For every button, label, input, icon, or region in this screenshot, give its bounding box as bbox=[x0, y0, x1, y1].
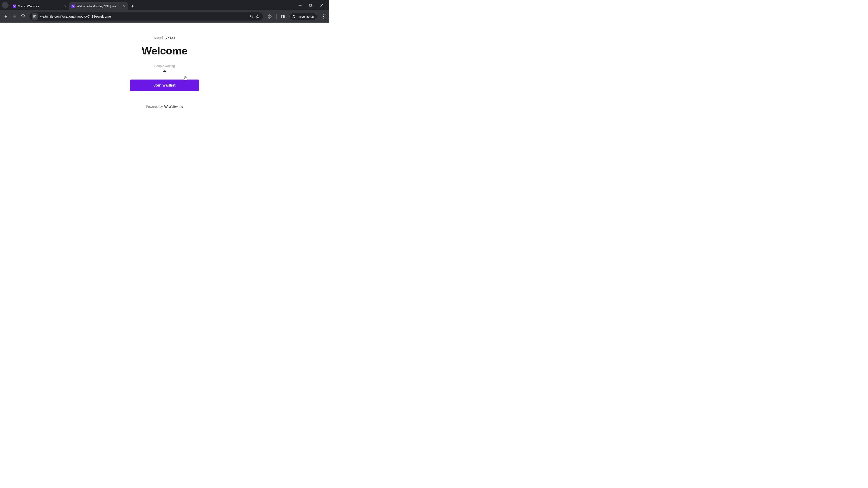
side-panel-button[interactable] bbox=[280, 13, 286, 20]
forward-button[interactable] bbox=[11, 13, 18, 20]
reload-icon bbox=[21, 14, 25, 19]
minimize-window-button[interactable] bbox=[297, 2, 303, 8]
waiting-count: 4 bbox=[163, 69, 166, 74]
maximize-icon bbox=[309, 4, 312, 6]
page-content: Moodjoy7434 Welcome People waiting 4 Joi… bbox=[0, 23, 329, 184]
search-tabs-button[interactable] bbox=[2, 2, 8, 8]
svg-point-7 bbox=[323, 16, 324, 17]
close-icon bbox=[320, 4, 323, 7]
zoom-icon bbox=[250, 14, 254, 19]
tab-welcome[interactable]: Welcome to Moodjoy7434 | Wa × bbox=[69, 2, 128, 10]
extensions-button[interactable] bbox=[267, 13, 273, 20]
pointer-cursor-icon bbox=[183, 76, 188, 83]
side-panel-icon bbox=[281, 15, 285, 19]
incognito-icon bbox=[292, 14, 296, 19]
svg-rect-5 bbox=[283, 15, 284, 18]
location-name: Moodjoy7434 bbox=[154, 36, 175, 39]
waitwhile-favicon-icon bbox=[71, 4, 75, 8]
extensions-icon bbox=[268, 14, 272, 19]
maximize-window-button[interactable] bbox=[307, 2, 314, 8]
join-waitlist-button[interactable]: Join waitlist bbox=[130, 79, 199, 91]
svg-point-8 bbox=[323, 18, 324, 19]
reload-button[interactable] bbox=[20, 13, 27, 20]
tab-title: Welcome to Moodjoy7434 | Wa bbox=[77, 5, 121, 8]
close-tab-button[interactable]: × bbox=[122, 4, 126, 8]
toolbar-right: Incognito (2) bbox=[267, 13, 327, 20]
waitwhile-favicon-icon bbox=[13, 4, 16, 8]
page-title: Welcome bbox=[142, 44, 187, 57]
svg-rect-0 bbox=[299, 5, 302, 6]
browser-chrome: Visits | Waitwhile × Welcome to Moodjoy7… bbox=[0, 0, 329, 23]
join-waitlist-label: Join waitlist bbox=[153, 83, 176, 88]
powered-by-brand: Waitwhile bbox=[164, 105, 183, 108]
toolbar-divider bbox=[276, 14, 277, 19]
zoom-button[interactable] bbox=[249, 13, 255, 20]
bookmark-button[interactable] bbox=[255, 13, 260, 20]
incognito-label: Incognito (2) bbox=[298, 15, 314, 18]
site-info-button[interactable] bbox=[32, 13, 38, 20]
address-bar[interactable]: waitwhile.com/locations/moodjoy7434/r/we… bbox=[29, 12, 263, 21]
minimize-icon bbox=[299, 4, 302, 7]
tune-icon bbox=[33, 15, 37, 18]
more-vertical-icon bbox=[323, 14, 324, 19]
powered-by-prefix: Powered by bbox=[146, 105, 163, 108]
window-controls bbox=[297, 2, 329, 8]
back-button[interactable] bbox=[2, 13, 9, 20]
new-tab-button[interactable]: + bbox=[129, 3, 135, 9]
waitwhile-logo-icon bbox=[164, 105, 168, 108]
star-icon bbox=[256, 14, 260, 19]
arrow-left-icon bbox=[4, 14, 8, 19]
tab-bar: Visits | Waitwhile × Welcome to Moodjoy7… bbox=[0, 0, 329, 10]
incognito-indicator[interactable]: Incognito (2) bbox=[289, 13, 317, 20]
url-text: waitwhile.com/locations/moodjoy7434/r/we… bbox=[40, 15, 249, 18]
brand-name: Waitwhile bbox=[168, 105, 183, 108]
tab-visits[interactable]: Visits | Waitwhile × bbox=[10, 2, 69, 10]
browser-menu-button[interactable] bbox=[320, 13, 327, 20]
waiting-label: People waiting bbox=[154, 64, 175, 68]
browser-toolbar: waitwhile.com/locations/moodjoy7434/r/we… bbox=[0, 10, 329, 23]
close-tab-button[interactable]: × bbox=[63, 4, 67, 8]
arrow-right-icon bbox=[12, 14, 17, 19]
powered-by[interactable]: Powered by Waitwhile bbox=[146, 105, 183, 108]
tab-title: Visits | Waitwhile bbox=[18, 5, 62, 8]
svg-point-6 bbox=[323, 14, 324, 15]
close-window-button[interactable] bbox=[318, 2, 325, 8]
chevron-down-icon bbox=[4, 4, 6, 6]
